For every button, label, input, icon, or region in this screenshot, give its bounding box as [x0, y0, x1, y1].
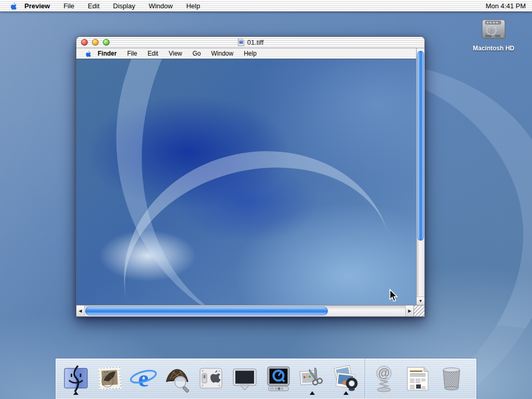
svg-text:1.0: 1.0	[104, 370, 109, 374]
window-title-area: 01.tiff	[76, 38, 424, 46]
image-menu-help: Help	[244, 50, 257, 57]
vertical-scrollbar[interactable]: ▲ ▼	[416, 48, 424, 305]
vertical-scroll-thumb[interactable]	[417, 51, 424, 241]
image-wallpaper	[76, 59, 416, 305]
tiff-image-content: Finder File Edit View Go Window Help	[76, 48, 416, 305]
dock: 1.0 e	[56, 358, 476, 399]
menu-edit[interactable]: Edit	[88, 2, 99, 10]
running-indicator	[343, 391, 349, 395]
dock-trash-icon[interactable]	[437, 362, 466, 395]
minimize-button[interactable]	[92, 39, 99, 46]
dock-separator	[365, 359, 365, 398]
horizontal-scroll-thumb[interactable]	[85, 307, 328, 315]
zoom-button[interactable]	[103, 39, 110, 46]
menu-display[interactable]: Display	[113, 2, 136, 10]
dock-system-preferences-icon[interactable]	[196, 362, 225, 395]
dock-apps-group: 1.0 e	[61, 362, 361, 395]
dock-sherlock-icon[interactable]	[163, 362, 192, 395]
hard-drive-icon	[478, 18, 509, 42]
resize-grip[interactable]	[414, 305, 424, 316]
image-menu-bar: Finder File Edit View Go Window Help	[76, 48, 416, 59]
image-menu-window: Window	[211, 50, 234, 57]
menu-bar: Preview File Edit Display Window Help Mo…	[0, 0, 532, 11]
scroll-right-arrow[interactable]: ▶	[405, 305, 414, 316]
menu-window[interactable]: Window	[149, 2, 172, 10]
dock-at-spring-link-icon[interactable]: @	[369, 362, 398, 395]
running-indicator	[73, 391, 78, 395]
window-title: 01.tiff	[247, 38, 264, 46]
scroll-left-arrow[interactable]: ◀	[76, 305, 85, 316]
tiff-document-icon	[237, 38, 245, 46]
menu-help[interactable]: Help	[186, 2, 200, 10]
running-indicator	[310, 391, 315, 395]
svg-text:@: @	[378, 366, 390, 380]
dock-finder-icon[interactable]	[61, 362, 90, 395]
dock-internet-explorer-icon[interactable]: e	[129, 362, 158, 395]
title-bar[interactable]: 01.tiff	[76, 37, 424, 48]
close-button[interactable]	[81, 39, 88, 46]
hd-label: Macintosh HD	[467, 45, 521, 52]
apple-menu-icon[interactable]	[9, 2, 17, 10]
image-apple-logo-icon	[85, 50, 91, 57]
image-menu-edit: Edit	[148, 50, 158, 57]
svg-text:e: e	[138, 365, 149, 392]
preview-window: 01.tiff Finder File Edit View Go Window …	[76, 36, 425, 317]
image-menu-finder: Finder	[98, 50, 117, 57]
scroll-down-arrow[interactable]: ▼	[417, 297, 424, 305]
dock-quicktime-icon[interactable]	[264, 362, 293, 395]
dock-displays-icon[interactable]	[230, 362, 259, 395]
horizontal-scrollbar[interactable]: ◀ ▶	[76, 305, 414, 316]
dock-news-document-icon[interactable]	[403, 362, 432, 395]
menu-file[interactable]: File	[63, 2, 74, 10]
dock-mail-icon[interactable]: 1.0	[95, 362, 124, 395]
app-menu-preview[interactable]: Preview	[24, 2, 50, 10]
dock-docs-group: @	[369, 362, 466, 395]
image-menu-go: Go	[193, 50, 201, 57]
image-menu-view: View	[169, 50, 182, 57]
image-menu-file: File	[127, 50, 137, 57]
macintosh-hd-icon[interactable]: Macintosh HD	[467, 18, 521, 52]
menu-clock[interactable]: Mon 4:41 PM	[486, 2, 526, 10]
dock-preview-icon[interactable]	[331, 362, 361, 395]
dock-grab-icon[interactable]	[298, 362, 327, 395]
